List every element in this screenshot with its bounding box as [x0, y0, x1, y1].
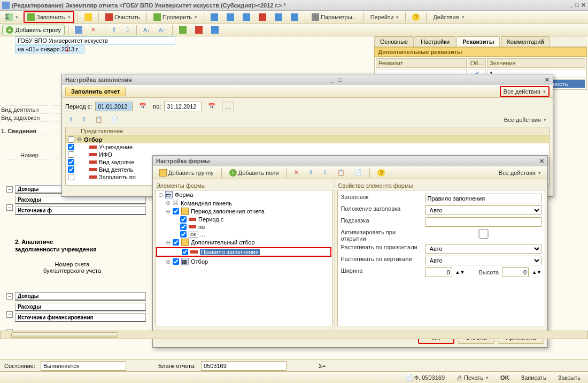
chk-period[interactable] — [173, 208, 179, 215]
item-1[interactable]: ИФО — [99, 151, 112, 158]
check-button[interactable]: Проверить▾ — [150, 12, 200, 22]
list-button[interactable] — [208, 25, 222, 35]
tab-rekv[interactable]: Реквизиты — [457, 36, 500, 47]
tree-ps[interactable]: Период с — [198, 216, 223, 223]
del-btn[interactable]: ✕ — [291, 167, 302, 178]
save-status[interactable]: Записать — [518, 373, 550, 382]
down-btn[interactable]: ⇩ — [320, 167, 331, 178]
sec-istoch2[interactable]: Источники финансирования — [15, 313, 146, 322]
filter-button[interactable] — [176, 25, 190, 35]
close-button[interactable]: ✕ — [581, 2, 586, 9]
actions-button[interactable]: Действия▾ — [430, 12, 467, 22]
icon-btn-3[interactable] — [239, 12, 253, 22]
sel-poloz[interactable]: Авто — [425, 205, 541, 215]
tree-dop[interactable]: Дополнительный отбор — [191, 239, 255, 246]
help-btn[interactable]: ? — [374, 167, 388, 178]
chk-ok[interactable] — [180, 231, 187, 238]
paste-btn[interactable]: 📄 — [351, 167, 365, 178]
tree-pravilo[interactable]: Правило заполнения — [200, 249, 260, 255]
collapse-btn[interactable]: − — [6, 293, 13, 300]
chk-2[interactable] — [68, 159, 74, 165]
inp-podskazka[interactable] — [425, 217, 541, 227]
dlg1-max[interactable]: □ — [338, 76, 342, 83]
icon-btn-5[interactable] — [272, 12, 285, 22]
chk-pp[interactable] — [180, 224, 187, 230]
date-to-input[interactable] — [164, 102, 202, 111]
sort-az-button[interactable]: A↓ — [140, 25, 153, 35]
tab-nastr[interactable]: Настройки — [415, 36, 455, 47]
chk-otbor[interactable] — [68, 136, 74, 143]
chk-ps[interactable] — [180, 216, 187, 223]
add-field-btn[interactable]: +Добавить поля — [226, 167, 282, 178]
collapse-btn[interactable]: − — [6, 186, 13, 193]
del-red-button[interactable]: ✕ — [88, 25, 102, 35]
params-button[interactable]: Параметры... — [308, 12, 360, 22]
up-btn[interactable]: ⇧ — [305, 167, 316, 178]
minimize-button[interactable]: _ — [570, 2, 573, 9]
form-code[interactable]: 📄 Ф. 0503169 — [402, 372, 448, 382]
icon-btn-2[interactable] — [223, 12, 237, 22]
item-2[interactable]: Вид задолже — [99, 159, 134, 165]
item-otbor[interactable]: Отбор — [84, 136, 102, 143]
clear-button[interactable]: Очистить — [102, 12, 143, 22]
icon-btn-4[interactable] — [256, 12, 269, 22]
tree-cmd[interactable]: Командная панель — [181, 200, 232, 206]
chk-0[interactable] — [68, 144, 74, 150]
tree-form[interactable]: Форма — [175, 192, 193, 198]
sel-rastv[interactable]: Авто — [425, 256, 541, 265]
chk-1[interactable] — [68, 151, 74, 158]
tree-pp[interactable]: по — [198, 224, 205, 230]
help-button[interactable]: ? — [409, 12, 423, 22]
chk-4[interactable] — [68, 174, 74, 180]
copy-btn[interactable]: 📋 — [334, 167, 348, 178]
chk-pravilo[interactable] — [182, 249, 188, 255]
item-0[interactable]: Учреждение — [99, 144, 133, 150]
add-group-btn[interactable]: Добавить группу — [156, 167, 217, 178]
nav-up[interactable]: ⇧ — [65, 114, 76, 125]
collapse-btn[interactable]: − — [6, 204, 13, 211]
close-status[interactable]: Закрыть — [555, 373, 584, 382]
nav-down[interactable]: ⇩ — [79, 114, 90, 125]
sigma-button[interactable]: Σ▾ — [2, 12, 21, 22]
sec-rashody2[interactable]: Расходы — [15, 303, 146, 311]
print-button[interactable]: 🖨 Печать▾ — [453, 373, 492, 382]
sel-rasth[interactable]: Авто — [425, 244, 541, 254]
fill-report-button[interactable]: Заполнить отчет — [65, 87, 126, 96]
inp-vysota[interactable] — [502, 267, 529, 277]
tree-period[interactable]: Период заполнения отчета — [191, 208, 265, 215]
ellipsis-btn[interactable]: … — [222, 102, 234, 111]
chk-dop[interactable] — [173, 239, 179, 246]
sec-istoch[interactable]: Источники ф — [15, 206, 146, 215]
dlg2-all-actions[interactable]: Все действия▾ — [496, 168, 544, 178]
down-arrow-button[interactable]: ⇩ — [122, 25, 133, 35]
maximize-button[interactable]: □ — [575, 2, 579, 9]
tab-osnov[interactable]: Основные — [374, 36, 414, 47]
tree-otbor[interactable]: Отбор — [191, 258, 208, 265]
sec-rashody[interactable]: Расходы — [15, 196, 146, 204]
dlg1-all-actions-2[interactable]: Все действия▾ — [501, 115, 550, 125]
paste2[interactable]: 📄 — [108, 114, 122, 125]
dlg1-close[interactable]: ✕ — [545, 76, 550, 83]
copy-button[interactable] — [72, 25, 86, 35]
fill-button[interactable]: Заполнить▾ — [24, 11, 74, 23]
filter-x-button[interactable] — [192, 25, 206, 35]
item-4[interactable]: Заполнять по — [99, 174, 136, 180]
go-button[interactable]: Перейти▾ — [367, 12, 403, 22]
add-row-button[interactable]: +Добавить строку — [2, 25, 65, 35]
chk-otbor2[interactable] — [173, 258, 179, 265]
chk-aktiv[interactable] — [425, 229, 541, 239]
item-3[interactable]: Вид деятель — [99, 166, 133, 173]
chk-3[interactable] — [68, 166, 74, 173]
cal-to-icon[interactable]: 📅 — [205, 101, 219, 111]
copy2[interactable]: 📋 — [92, 114, 106, 125]
dlg2-close[interactable]: ✕ — [539, 158, 544, 165]
date-from-input[interactable] — [95, 102, 133, 111]
h-scrollbar[interactable] — [0, 331, 588, 339]
sec-dohody2[interactable]: Доходы — [15, 292, 146, 301]
inp-sost[interactable] — [41, 361, 126, 371]
edit-button[interactable] — [81, 12, 95, 22]
inp-shirina[interactable] — [425, 267, 452, 277]
sort-za-button[interactable]: A↑ — [156, 25, 169, 35]
cal-from-icon[interactable]: 📅 — [136, 101, 150, 111]
inp-blank[interactable] — [201, 361, 287, 371]
